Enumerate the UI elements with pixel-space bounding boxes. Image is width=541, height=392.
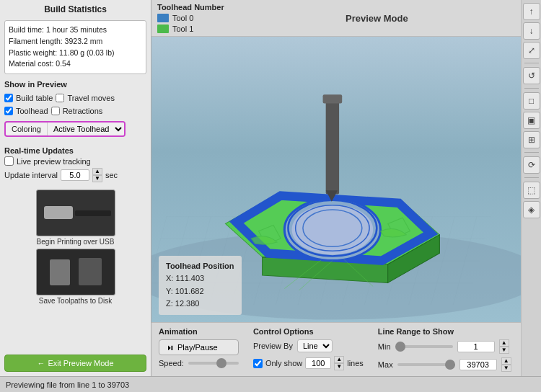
tool1-label: Tool 1 [172, 24, 193, 33]
coloring-tab[interactable]: Coloring [6, 123, 47, 135]
max-spinner: ▲ ▼ [501, 357, 511, 372]
sd-save-item[interactable]: Save Toolpaths to Disk [4, 249, 146, 305]
toolhead-legend: Toolhead Number Tool 0 Tool 1 [157, 3, 224, 33]
interval-down-btn[interactable]: ▼ [92, 175, 102, 182]
toolbar-btn-9[interactable]: ◈ [523, 201, 540, 218]
min-spinner: ▲ ▼ [499, 339, 509, 354]
play-icon: ⏯ [167, 343, 175, 352]
toolbar-btn-7[interactable]: ⟳ [523, 156, 540, 174]
update-interval-input[interactable]: 5.0 [61, 169, 89, 181]
tool0-color [157, 14, 169, 22]
toolhead-row: Toolhead Retractions [4, 107, 146, 115]
pos-z: Z: 12.380 [166, 298, 234, 311]
show-in-preview-label: Show in Preview [4, 80, 146, 89]
update-interval-label: Update interval [4, 171, 58, 179]
play-pause-button[interactable]: ⏯ Play/Pause [159, 339, 239, 355]
preview-by-row: Preview By Line [253, 339, 364, 352]
live-tracking-label: Live preview tracking [17, 157, 91, 166]
retractions-label: Retractions [63, 107, 103, 115]
only-show-checkbox[interactable] [253, 359, 263, 368]
toolbar-btn-3[interactable]: ↺ [523, 67, 540, 84]
toolbar-btn-8[interactable]: ⬚ [523, 182, 540, 199]
right-toolbar: ↑ ↓ ⤢ ↺ □ ▣ ⊞ ⟳ ⬚ ◈ [521, 0, 541, 376]
speed-label: Speed: [159, 359, 184, 368]
sd-card1-shape [50, 259, 70, 285]
toolbar-btn-1[interactable]: ↓ [523, 22, 540, 40]
coloring-select[interactable]: Active Toolhead [47, 122, 124, 135]
retractions-checkbox[interactable] [51, 107, 60, 115]
toolbar-btn-4[interactable]: □ [523, 92, 540, 110]
toolhead-position-info: Toolhead Position X: 111.403 Y: 101.682 … [159, 256, 242, 315]
live-tracking-row: Live preview tracking [4, 156, 146, 166]
tool1-color [157, 24, 169, 33]
max-down[interactable]: ▼ [501, 365, 511, 372]
only-show-up[interactable]: ▲ [334, 356, 344, 363]
thumbnail-container: Begin Printing over USB Save Toolpaths t… [4, 190, 146, 352]
exit-arrow-icon: ← [37, 359, 45, 368]
usb-cable-shape [75, 210, 111, 216]
toolhead-nozzle [323, 94, 343, 201]
exit-preview-button[interactable]: ← Exit Preview Mode [4, 355, 146, 372]
min-range-row: Min ▲ ▼ [378, 339, 511, 354]
max-slider[interactable] [397, 363, 455, 366]
interval-up-btn[interactable]: ▲ [92, 168, 102, 175]
main-area: Build Statistics Build time: 1 hour 35 m… [0, 0, 541, 376]
realtime-label: Real-time Updates [4, 146, 146, 155]
toolbar-btn-0[interactable]: ↑ [523, 3, 540, 20]
interval-spinner: ▲ ▼ [92, 168, 102, 182]
tool0-label: Tool 0 [172, 14, 193, 22]
toolbar-btn-5[interactable]: ▣ [523, 112, 540, 129]
only-show-down[interactable]: ▼ [334, 363, 344, 370]
exit-label: Exit Preview Mode [48, 359, 113, 368]
max-up[interactable]: ▲ [501, 357, 511, 365]
min-value-input[interactable] [457, 341, 495, 352]
build-table-label: Build table [16, 94, 53, 102]
toolhead-checkbox[interactable] [4, 107, 13, 115]
left-panel: Build Statistics Build time: 1 hour 35 m… [0, 0, 151, 376]
pos-x: X: 111.403 [166, 272, 234, 285]
filament-length: Filament length: 3923.2 mm [9, 36, 142, 48]
live-tracking-checkbox[interactable] [4, 156, 14, 166]
travel-moves-checkbox[interactable] [56, 94, 64, 102]
min-down[interactable]: ▼ [499, 347, 509, 354]
toolbar-sep-3 [524, 152, 539, 153]
max-label: Max [378, 360, 393, 369]
sd-card2-shape [79, 258, 102, 285]
min-up[interactable]: ▲ [499, 339, 509, 347]
toolhead-pos-label: Toolhead Position [166, 260, 234, 273]
sd-label: Save Toolpaths to Disk [39, 297, 113, 305]
status-bar: Previewing file from line 1 to 39703 [0, 376, 541, 392]
control-options-title: Control Options [253, 327, 364, 336]
min-label: Min [378, 342, 391, 351]
lines-label: lines [347, 359, 364, 368]
material-cost: Material cost: 0.54 [9, 58, 142, 70]
toolbar-btn-2[interactable]: ⤢ [523, 42, 540, 59]
usb-label: Begin Printing over USB [37, 238, 115, 246]
sd-thumbnail [36, 249, 115, 295]
line-range-title: Line Range to Show [378, 327, 511, 336]
min-slider[interactable] [395, 345, 453, 348]
build-time: Build time: 1 hour 35 minutes [9, 24, 142, 36]
3d-viewport[interactable]: Toolhead Position X: 111.403 Y: 101.682 … [151, 37, 521, 322]
only-show-row: Only show ▲ ▼ lines [253, 356, 364, 370]
only-show-input[interactable] [305, 357, 331, 369]
usb-print-item[interactable]: Begin Printing over USB [4, 190, 146, 246]
usb-connector-shape [44, 206, 73, 219]
coloring-row: Coloring Active Toolhead [4, 121, 126, 137]
plastic-weight: Plastic weight: 11.80 g (0.03 lb) [9, 48, 142, 59]
toolbar-btn-6[interactable]: ⊞ [523, 131, 540, 148]
legend-title: Toolhead Number [157, 3, 224, 12]
pos-y: Y: 101.682 [166, 285, 234, 298]
speed-slider[interactable] [188, 362, 239, 365]
control-options-section: Control Options Preview By Line Only sho… [253, 327, 364, 370]
bottom-controls: Animation ⏯ Play/Pause Speed: Control Op… [151, 322, 521, 376]
build-table-checkbox[interactable] [4, 94, 13, 102]
preview-by-select[interactable]: Line [297, 339, 333, 352]
top-bar: Toolhead Number Tool 0 Tool 1 Preview Mo… [151, 0, 521, 37]
svg-rect-10 [323, 94, 343, 103]
status-text: Previewing file from line 1 to 39703 [6, 380, 129, 389]
panel-title: Build Statistics [4, 4, 146, 14]
interval-unit: sec [105, 171, 118, 179]
max-value-input[interactable] [459, 359, 497, 370]
svg-rect-9 [326, 98, 339, 194]
